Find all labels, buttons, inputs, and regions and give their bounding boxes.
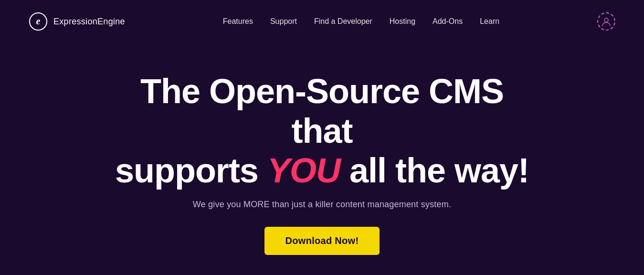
svg-point-2 bbox=[604, 18, 608, 22]
hero-title-part2: all the way! bbox=[349, 151, 529, 190]
nav-item-add-ons[interactable]: Add-Ons bbox=[433, 17, 463, 26]
user-icon bbox=[601, 16, 612, 27]
expressionengine-logo-icon: e bbox=[29, 12, 48, 31]
brand-name-label: ExpressionEngine bbox=[53, 17, 125, 27]
download-now-button[interactable]: Download Now! bbox=[264, 227, 380, 255]
main-nav: e ExpressionEngine Features Support Find… bbox=[0, 0, 644, 43]
user-avatar[interactable] bbox=[597, 12, 615, 31]
nav-item-features[interactable]: Features bbox=[223, 17, 253, 26]
nav-item-learn[interactable]: Learn bbox=[480, 17, 499, 26]
nav-item-support[interactable]: Support bbox=[270, 17, 297, 26]
hero-title-part1: The Open-Source CMS that bbox=[140, 72, 504, 150]
hero-section: The Open-Source CMS that supports YOU al… bbox=[0, 43, 644, 255]
svg-text:e: e bbox=[36, 16, 41, 26]
hero-title: The Open-Source CMS that supports YOU al… bbox=[107, 72, 537, 190]
nav-item-hosting[interactable]: Hosting bbox=[390, 17, 415, 26]
hero-subtitle: We give you MORE than just a killer cont… bbox=[193, 200, 451, 210]
nav-menu: Features Support Find a Developer Hostin… bbox=[223, 17, 499, 26]
nav-item-find-developer[interactable]: Find a Developer bbox=[314, 17, 372, 26]
brand-logo[interactable]: e ExpressionEngine bbox=[29, 12, 125, 31]
hero-title-highlight: YOU bbox=[267, 151, 340, 190]
